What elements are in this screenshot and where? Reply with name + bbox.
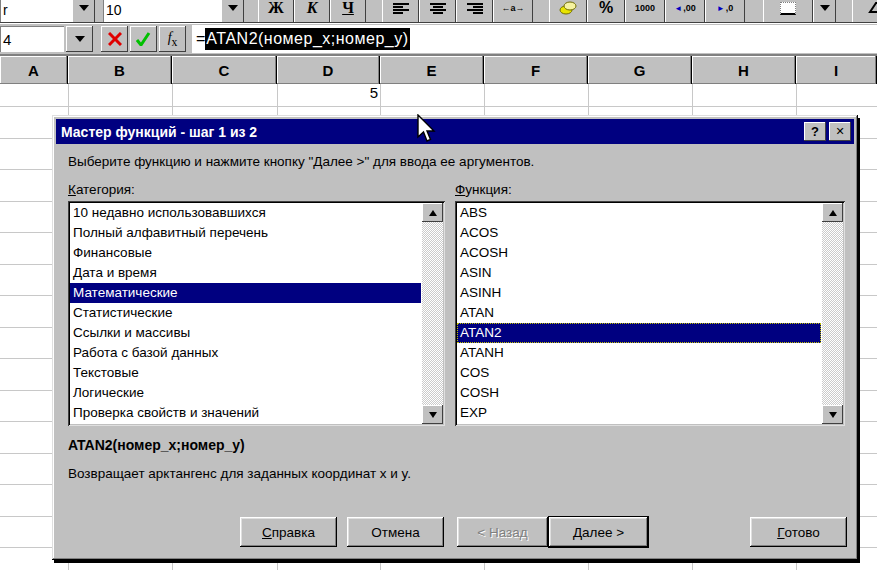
- fill-color-button[interactable]: [852, 0, 877, 23]
- mouse-cursor-icon: [415, 114, 437, 144]
- cancel-button[interactable]: Отмена: [347, 517, 444, 547]
- function-scrollbar[interactable]: [822, 203, 843, 424]
- cancel-entry-button[interactable]: [101, 26, 128, 52]
- list-item[interactable]: ACOSH: [457, 243, 821, 263]
- list-item[interactable]: ATANH: [457, 343, 821, 363]
- list-item[interactable]: ABS: [457, 203, 821, 223]
- bold-button[interactable]: Ж: [258, 0, 294, 23]
- align-center-button[interactable]: [419, 0, 456, 23]
- confirm-entry-button[interactable]: [130, 26, 157, 52]
- list-item[interactable]: COSH: [457, 383, 821, 403]
- percent-icon: %: [599, 0, 613, 17]
- font-size-value: 10: [106, 2, 122, 18]
- underline-button[interactable]: Ч: [330, 0, 366, 23]
- help-button[interactable]: Справка: [240, 517, 337, 547]
- column-header-f[interactable]: F: [484, 56, 588, 84]
- list-item[interactable]: COS: [457, 363, 821, 383]
- formula-input[interactable]: =ATAN2(номер_x;номер_y): [192, 25, 877, 53]
- increase-decimal-arrow-icon: ◄: [674, 4, 682, 13]
- font-name-dropdown-icon[interactable]: [72, 0, 95, 23]
- list-item[interactable]: Ссылки и массивы: [70, 323, 421, 343]
- formula-bar: 4 fx =ATAN2(номер_x;номер_y): [0, 24, 877, 56]
- list-item[interactable]: Работа с базой данных: [70, 343, 421, 363]
- italic-button[interactable]: K: [294, 0, 330, 23]
- borders-dropdown-icon[interactable]: [813, 0, 836, 23]
- decrease-decimal-icon: ,0: [726, 3, 734, 13]
- category-listbox[interactable]: 10 недавно использовавшихсяПолный алфави…: [68, 201, 445, 426]
- fill-color-icon: [866, 0, 877, 16]
- name-box[interactable]: 4: [0, 26, 64, 52]
- list-item[interactable]: Математические: [70, 283, 421, 303]
- comma-style-button[interactable]: 1000: [625, 0, 665, 23]
- bold-icon: Ж: [268, 0, 284, 17]
- list-item[interactable]: Логические: [70, 383, 421, 403]
- scroll-up-icon[interactable]: [822, 203, 843, 222]
- increase-decimal-button[interactable]: ◄,00: [665, 0, 705, 23]
- align-right-icon: [467, 2, 483, 14]
- merge-center-icon: ←a→: [501, 3, 524, 13]
- column-header-g[interactable]: G: [588, 56, 692, 84]
- function-signature: ATAN2(номер_x;номер_y): [68, 437, 245, 453]
- function-wizard-button[interactable]: fx: [159, 26, 186, 52]
- dialog-titlebar[interactable]: Мастер функций - шаг 1 из 2 ? ✕: [56, 119, 854, 144]
- close-button[interactable]: ✕: [829, 122, 851, 141]
- scroll-down-icon[interactable]: [422, 405, 443, 424]
- list-item[interactable]: Текстовые: [70, 363, 421, 383]
- italic-icon: K: [307, 0, 318, 17]
- list-item[interactable]: 10 недавно использовавшихся: [70, 203, 421, 223]
- column-header-a[interactable]: A: [0, 56, 68, 84]
- font-name-fragment: r: [3, 2, 8, 18]
- list-item[interactable]: Проверка свойств и значений: [70, 403, 421, 423]
- next-button[interactable]: Далее >: [549, 517, 648, 547]
- column-header-c[interactable]: C: [172, 56, 277, 84]
- increase-decimal-icon: ,00: [683, 3, 696, 13]
- list-item[interactable]: ATAN: [457, 303, 821, 323]
- list-item[interactable]: Полный алфавитный перечень: [70, 223, 421, 243]
- list-item[interactable]: Статистические: [70, 303, 421, 323]
- function-wizard-dialog: Мастер функций - шаг 1 из 2 ? ✕ Выберите…: [52, 115, 858, 560]
- cell-d-value[interactable]: 5: [278, 84, 378, 105]
- help-titlebar-button[interactable]: ?: [804, 122, 826, 141]
- decrease-decimal-button[interactable]: ►,0: [705, 0, 745, 23]
- back-button[interactable]: < Назад: [457, 517, 548, 547]
- function-listbox[interactable]: ABSACOSACOSHASINASINHATANATAN2ATANHCOSCO…: [455, 201, 845, 426]
- formula-selected-text: ATAN2(номер_x;номер_y): [205, 28, 409, 50]
- list-item[interactable]: Финансовые: [70, 243, 421, 263]
- fx-icon: fx: [168, 30, 178, 49]
- scroll-up-icon[interactable]: [422, 203, 443, 222]
- align-left-button[interactable]: [382, 0, 419, 23]
- column-headers: ABCDEFGHI: [0, 56, 877, 84]
- name-box-dropdown-icon[interactable]: [66, 26, 93, 52]
- column-header-b[interactable]: B: [68, 56, 172, 84]
- currency-style-button[interactable]: [549, 0, 587, 23]
- list-item[interactable]: ATAN2: [457, 323, 821, 343]
- category-label: Категория:: [68, 182, 135, 197]
- font-name-combo[interactable]: r: [0, 0, 72, 23]
- column-header-i[interactable]: I: [796, 56, 877, 84]
- column-header-e[interactable]: E: [380, 56, 484, 84]
- scroll-down-icon[interactable]: [822, 405, 843, 424]
- font-size-combo[interactable]: 10: [103, 0, 221, 23]
- list-item[interactable]: ASIN: [457, 263, 821, 283]
- column-header-h[interactable]: H: [692, 56, 796, 84]
- question-icon: ?: [811, 124, 819, 139]
- column-header-d[interactable]: D: [277, 56, 380, 84]
- align-left-icon: [393, 2, 409, 14]
- cancel-x-icon: [108, 32, 122, 46]
- category-scrollbar[interactable]: [422, 203, 443, 424]
- decrease-decimal-arrow-icon: ►: [717, 4, 725, 13]
- list-item[interactable]: ASINH: [457, 283, 821, 303]
- list-item[interactable]: ACOS: [457, 223, 821, 243]
- borders-icon: [780, 2, 796, 15]
- list-item[interactable]: EXP: [457, 403, 821, 423]
- borders-button[interactable]: [763, 0, 813, 23]
- dialog-instruction: Выберите функцию и нажмите кнопку "Далее…: [68, 154, 534, 169]
- underline-icon: Ч: [342, 0, 354, 17]
- list-item[interactable]: Дата и время: [70, 263, 421, 283]
- align-right-button[interactable]: [456, 0, 493, 23]
- finish-button[interactable]: Готово: [750, 517, 847, 547]
- merge-center-button[interactable]: ←a→: [493, 0, 533, 23]
- percent-style-button[interactable]: %: [587, 0, 625, 23]
- confirm-check-icon: [136, 32, 151, 46]
- font-size-dropdown-icon[interactable]: [221, 0, 244, 23]
